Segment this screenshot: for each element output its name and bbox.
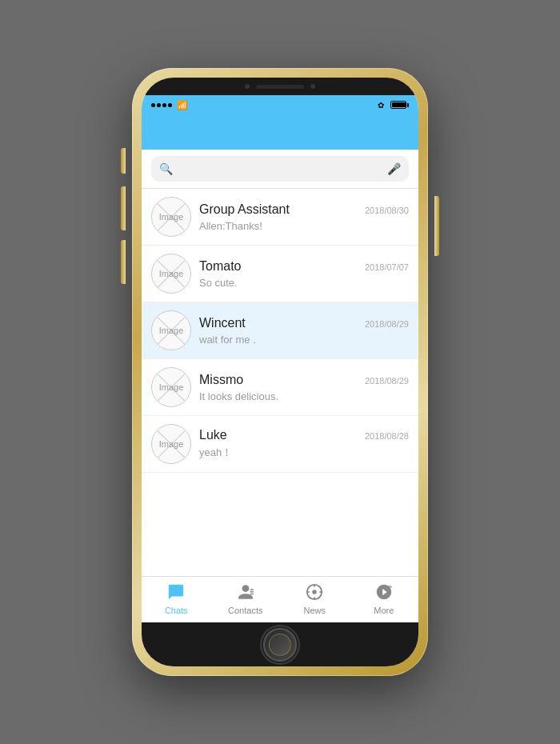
status-right: ✿ <box>378 101 409 110</box>
svg-point-4 <box>313 590 318 594</box>
tab-news[interactable]: News <box>280 583 350 615</box>
chat-info: Tomato 2018/07/07 So cute. <box>199 259 409 289</box>
chat-top-row: Wincent 2018/08/29 <box>199 316 409 330</box>
chat-info: Wincent 2018/08/29 wait for me . <box>199 316 409 346</box>
tab-bar: Chats Contacts News More <box>142 576 418 622</box>
tab-more[interactable]: More <box>350 583 419 615</box>
avatar-label: Image <box>159 382 184 392</box>
contacts-tab-label: Contacts <box>228 606 262 615</box>
speaker <box>256 85 304 89</box>
chats-tab-icon <box>167 583 185 601</box>
chat-top-row: Group Assistant 2018/08/30 <box>199 202 409 217</box>
avatar-label: Image <box>159 269 184 278</box>
microphone-icon[interactable]: 🎤 <box>387 162 401 175</box>
chat-top-row: Tomato 2018/07/07 <box>199 259 409 274</box>
chat-list-item[interactable]: Image Group Assistant 2018/08/30 Allen:T… <box>142 189 418 246</box>
bluetooth-icon: ✿ <box>378 101 384 110</box>
phone-screen: 📶 ✿ 🔍 🎤 <box>142 78 418 666</box>
news-tab-label: News <box>303 606 326 615</box>
svg-rect-2 <box>250 593 254 594</box>
chat-info: Missmo 2018/08/29 It looks delicious. <box>199 373 409 402</box>
home-button[interactable] <box>263 628 297 662</box>
contacts-tab-icon <box>237 583 254 604</box>
search-bar-container: 🔍 🎤 <box>142 150 418 189</box>
chat-preview: So cute. <box>199 277 409 289</box>
home-button-area <box>142 622 418 666</box>
chat-date: 2018/08/29 <box>365 319 409 329</box>
chat-name: Tomato <box>199 259 241 274</box>
status-bar: 📶 ✿ <box>142 95 418 114</box>
chat-name: Luke <box>199 428 227 442</box>
phone-frame: 📶 ✿ 🔍 🎤 <box>132 68 428 676</box>
mute-button[interactable] <box>121 148 126 174</box>
contacts-tab-icon <box>237 583 254 601</box>
chat-preview: Allen:Thanks! <box>199 220 409 232</box>
signal-bars <box>151 103 172 107</box>
status-left: 📶 <box>151 100 188 110</box>
avatar-label: Image <box>159 326 184 335</box>
chat-info: Luke 2018/08/28 yeah！ <box>199 428 409 460</box>
avatar-label: Image <box>159 212 184 222</box>
search-icon: 🔍 <box>159 162 173 175</box>
chats-tab-label: Chats <box>165 606 188 615</box>
app-header <box>142 114 418 150</box>
news-tab-icon <box>306 583 323 604</box>
tab-chats[interactable]: Chats <box>142 583 211 615</box>
front-camera <box>245 84 250 89</box>
chat-list-item[interactable]: Image Tomato 2018/07/07 So cute. <box>142 246 418 302</box>
battery-icon <box>390 101 409 109</box>
chat-date: 2018/08/29 <box>365 376 409 386</box>
svg-point-9 <box>387 585 392 588</box>
search-bar[interactable]: 🔍 🎤 <box>151 156 409 182</box>
more-tab-icon <box>375 583 393 601</box>
svg-rect-0 <box>250 589 254 590</box>
chat-top-row: Missmo 2018/08/29 <box>199 373 409 387</box>
chat-name: Group Assistant <box>199 202 290 217</box>
proximity-sensor <box>310 84 315 89</box>
chat-date: 2018/08/30 <box>365 206 409 215</box>
power-button[interactable] <box>434 196 439 256</box>
volume-down-button[interactable] <box>121 240 126 284</box>
svg-rect-1 <box>250 591 254 592</box>
wifi-icon: 📶 <box>177 100 188 110</box>
avatar: Image <box>151 310 191 350</box>
chat-preview: yeah！ <box>199 446 409 460</box>
phone-top-bar <box>142 78 418 95</box>
avatar: Image <box>151 254 191 294</box>
chat-list-item[interactable]: Image Luke 2018/08/28 yeah！ <box>142 416 418 473</box>
chat-name: Wincent <box>199 316 246 330</box>
chat-preview: wait for me . <box>199 334 409 346</box>
avatar: Image <box>151 367 191 407</box>
chat-info: Group Assistant 2018/08/30 Allen:Thanks! <box>199 202 409 232</box>
chat-name: Missmo <box>199 373 243 387</box>
chat-date: 2018/07/07 <box>365 262 409 272</box>
chats-tab-icon <box>167 583 185 604</box>
avatar: Image <box>151 197 191 237</box>
chat-list-item[interactable]: Image Wincent 2018/08/29 wait for me . <box>142 302 418 359</box>
chat-date: 2018/08/28 <box>365 431 409 441</box>
chat-list-item[interactable]: Image Missmo 2018/08/29 It looks delicio… <box>142 359 418 416</box>
volume-up-button[interactable] <box>121 186 126 230</box>
chat-top-row: Luke 2018/08/28 <box>199 428 409 442</box>
tab-contacts[interactable]: Contacts <box>211 583 281 615</box>
more-tab-icon <box>375 583 393 604</box>
news-tab-icon <box>306 583 323 601</box>
avatar: Image <box>151 424 191 464</box>
avatar-label: Image <box>159 439 184 449</box>
more-tab-label: More <box>374 606 394 615</box>
chat-list: Image Group Assistant 2018/08/30 Allen:T… <box>142 189 418 576</box>
chat-preview: It looks delicious. <box>199 390 409 402</box>
